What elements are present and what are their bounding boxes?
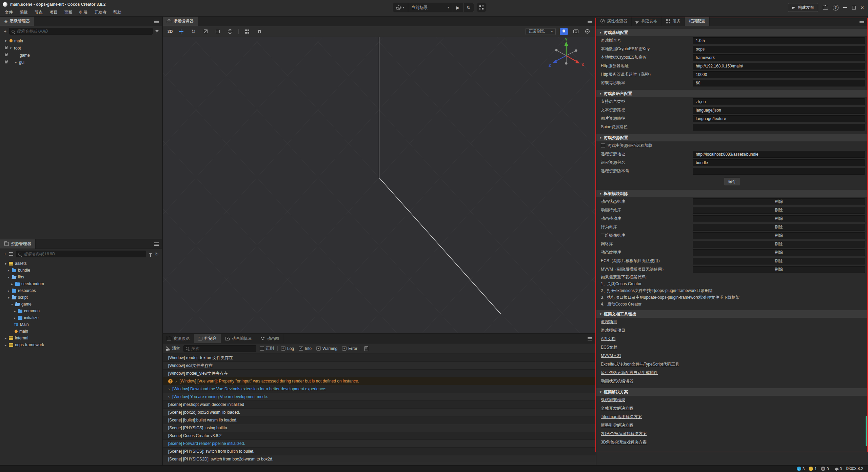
regex-toggle[interactable]: 正则 [260,346,274,351]
doc-link[interactable]: ECS文档 [601,345,617,350]
asset-node[interactable]: resources [0,287,162,294]
sort-assets-icon[interactable] [9,252,13,256]
panel-menu-icon[interactable] [860,20,864,23]
panel-menu-icon[interactable] [154,242,159,246]
window-maximize-button[interactable] [852,6,856,9]
inspector-tab[interactable]: 构建发布 [632,17,662,26]
log-file-icon[interactable] [364,346,368,351]
inspector-tab[interactable]: 服务 [662,17,685,26]
menu-item[interactable]: 编辑 [16,9,31,15]
window-close-button[interactable]: × [861,5,864,11]
asset-node[interactable]: seedrandom [0,280,162,287]
remove-module-button[interactable]: 剔除 [693,224,865,231]
solution-link[interactable]: 新手引导解决方案 [601,422,633,428]
expand-arrow-icon[interactable]: › [168,387,170,392]
menu-item[interactable]: 项目 [46,9,61,15]
asset-node[interactable]: main [0,328,162,335]
tab-assets[interactable]: 资源管理器 [0,239,36,249]
filter-checkbox[interactable] [299,346,303,351]
build-publish-button[interactable]: 构建发布 [788,3,818,12]
help-button[interactable]: ? [833,5,839,11]
window-minimize-button[interactable] [843,7,847,8]
view-mode-select[interactable]: 正常浏览 ▾ [526,28,556,35]
asset-node[interactable]: common [0,308,162,314]
console-tab[interactable]: 动画图 [256,334,283,343]
doc-link[interactable]: 原生包热更新配置自动生成插件 [601,370,658,376]
asset-node[interactable]: Main [0,321,162,328]
restart-button[interactable]: ↻ [463,3,474,12]
config-input[interactable]: language/texture [693,115,865,122]
info-count-badge[interactable]: i 3 [797,467,805,471]
solution-link[interactable]: 全栈开发解决方案 [601,406,633,411]
scrollbar-thumb[interactable] [866,416,867,446]
clear-console-button[interactable]: 清空 [166,346,180,351]
panel-menu-icon[interactable] [154,20,159,23]
menu-item[interactable]: 节点 [31,9,46,15]
remote-load-checkbox[interactable] [601,143,605,148]
config-input[interactable]: http://localhost:8083/assets/bundle [693,151,865,158]
hierarchy-node[interactable]: gui [0,59,162,66]
menu-item[interactable]: 扩展 [76,9,91,15]
expand-arrow-icon[interactable] [5,262,9,266]
create-node-button[interactable]: + [4,29,6,34]
scene-select[interactable]: 当前场景 ▾ [408,3,453,12]
section-resource-config[interactable]: ▾ 游戏资源配置 [596,134,868,141]
hierarchy-search-input[interactable] [17,29,150,34]
remove-module-button[interactable]: 剔除 [693,198,865,205]
log-row[interactable]: ! › [Window] You are running Vue in deve… [163,393,596,401]
refresh-icon[interactable]: ↻ [155,252,159,257]
regex-checkbox[interactable] [260,346,264,351]
scene-viewport[interactable]: Y X Z [163,37,596,333]
section-solution-links[interactable]: ▾ 框架解决方案 [596,388,868,396]
expand-arrow-icon[interactable]: › [168,394,170,399]
config-input[interactable]: 1.0.5 [693,37,865,44]
remove-module-button[interactable]: 剔除 [693,232,865,239]
filter-checkbox[interactable] [281,346,285,351]
log-filter-toggle[interactable]: Warning [316,346,337,351]
expand-arrow-icon[interactable] [5,336,9,340]
play-button[interactable]: ▶ [453,3,463,12]
expand-arrow-icon[interactable] [10,46,14,50]
scene-settings-button[interactable] [584,28,591,35]
log-row[interactable]: ! › [Window] [Vue warn]: Property "onInp… [163,377,596,385]
log-row[interactable]: ! › [Window] Download the Vue Devtools e… [163,385,596,393]
asset-node[interactable]: initialize [0,314,162,321]
expand-arrow-icon[interactable] [5,39,9,43]
preview-platform-button[interactable]: ▾ [393,3,408,12]
solution-link[interactable]: Tiledmap地图解决方案 [601,414,642,420]
expand-arrow-icon[interactable] [14,316,18,320]
menu-item[interactable]: 文件 [1,9,16,15]
expand-arrow-icon[interactable] [15,60,19,64]
move-tool-button[interactable] [177,28,185,35]
remove-module-button[interactable]: 剔除 [693,249,865,256]
notification-badge[interactable]: 0 [835,467,842,471]
console-tab[interactable]: 资源预览 [163,334,194,343]
panel-menu-icon[interactable] [588,337,592,340]
scale-tool-button[interactable] [202,28,209,35]
doc-link[interactable]: Excel格式转Json文件与TypeScript代码工具 [601,361,679,367]
filter-icon[interactable] [149,253,152,255]
doc-link[interactable]: MVVM文档 [601,353,621,359]
config-input[interactable]: framework [693,54,865,61]
config-input[interactable]: language/json [693,107,865,114]
filter-checkbox[interactable] [316,346,321,351]
warning-count-badge[interactable]: ! 1 [809,467,817,471]
tab-scene-editor[interactable]: 场景编辑器 [163,17,198,26]
filter-icon[interactable] [155,30,159,32]
log-row[interactable]: ! › [Scene] [PHYSICS]: switch from built… [163,448,596,455]
log-row[interactable]: ! › [Window] render_texture文件夹存在 [163,354,596,362]
console-search-input[interactable] [191,346,254,351]
doc-link[interactable]: 动画状态机编辑器 [601,378,633,384]
inspector-tab[interactable]: 框架配置 [685,17,710,26]
log-row[interactable]: ! › [Scene] [bullet]:bullet wasm lib loa… [163,416,596,424]
section-doc-links[interactable]: ▾ 框架文档工具链接 [596,310,868,318]
asset-node[interactable]: internal [0,335,162,341]
log-row[interactable]: ! › [Window] model_view文件夹存在 [163,370,596,377]
expand-arrow-icon[interactable] [8,269,12,272]
remove-module-button[interactable]: 剔除 [693,215,865,222]
log-row[interactable]: ! › [Scene] Forward render pipeline init… [163,440,596,448]
log-row[interactable]: ! › [Scene] [PHYSICS2D]: switch from box… [163,455,596,463]
menu-item[interactable]: 面板 [61,9,76,15]
hierarchy-node[interactable]: game [0,52,162,59]
tab-hierarchy[interactable]: ◈ 层级管理器 [0,17,34,26]
